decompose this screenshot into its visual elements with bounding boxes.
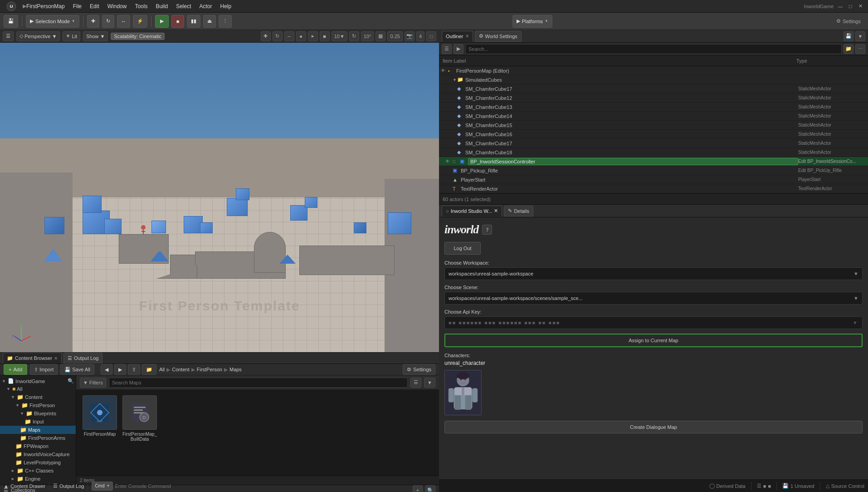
transform-scale-btn[interactable]: ↔ xyxy=(117,15,130,28)
breadcrumb-all[interactable]: All xyxy=(159,367,165,372)
workspace-dropdown[interactable]: workspaces/unreal-sample-workspace ▼ xyxy=(444,267,863,280)
settings-btn[interactable]: ⚙ Settings xyxy=(833,15,864,28)
breadcrumb-firstperson[interactable]: FirstPerson xyxy=(197,367,222,372)
derived-data-btn[interactable]: ◯ Derived Data xyxy=(709,483,746,489)
outliner-search-input[interactable] xyxy=(465,44,842,54)
cb-search-input[interactable] xyxy=(109,378,408,388)
collections-add-btn[interactable]: + xyxy=(413,485,423,492)
content-drawer-btn[interactable]: ▲ Content Drawer xyxy=(4,483,45,489)
cb-back-btn[interactable]: ◀ xyxy=(101,364,112,375)
assign-to-map-btn[interactable]: Assign to Current Map xyxy=(444,334,863,347)
scene-dropdown[interactable]: workspaces/unreal-sample-workspace/scene… xyxy=(444,292,863,305)
close-btn[interactable]: ✕ xyxy=(857,3,863,10)
breadcrumb-content[interactable]: Content xyxy=(172,367,190,372)
maximize-viewport-btn[interactable]: □ xyxy=(426,31,436,41)
cb-view-btn[interactable]: ☰ xyxy=(410,378,421,388)
tree-fpweapon[interactable]: 📁 FPWeapon xyxy=(0,442,76,450)
tree-root[interactable]: ▼ 📄 InworldGame 🔍 xyxy=(0,377,76,385)
search-icon[interactable]: 🔍 xyxy=(68,378,74,384)
menu-actor[interactable]: Actor xyxy=(195,2,215,10)
tab-details[interactable]: ✎ Details xyxy=(504,206,533,216)
unsaved-btn[interactable]: 💾 1 Unsaved xyxy=(782,483,814,489)
tree-content[interactable]: ▼ 📁 Content xyxy=(0,393,76,401)
tree-engine[interactable]: ► 📁 Engine xyxy=(0,475,76,483)
tab-world-settings[interactable]: ⚙ World Settings xyxy=(475,31,522,42)
output-log-status-btn[interactable]: ☰ Output Log xyxy=(53,483,84,489)
show-btn[interactable]: Show ▼ xyxy=(83,31,108,41)
cb-filter-btn[interactable]: ▼ Filters xyxy=(80,378,106,388)
source-control-btn[interactable]: △ Source Control xyxy=(826,483,864,489)
outliner-sm15[interactable]: ◆ SM_ChamferCube15 StaticMeshActor xyxy=(439,121,868,130)
asset-firstpersonmap[interactable]: MAP FirstPersonMap xyxy=(82,395,118,442)
outliner-close-icon[interactable]: ✕ xyxy=(465,34,469,39)
collections-search-btn[interactable]: 🔍 xyxy=(425,485,435,492)
outliner-sm13[interactable]: ◆ SM_ChamferCube13 StaticMeshActor xyxy=(439,103,868,112)
tab-output-log[interactable]: ☰ Output Log xyxy=(63,353,102,364)
rotate-gizmo-btn[interactable]: ↻ xyxy=(273,31,283,41)
logout-btn[interactable]: Log Out xyxy=(444,242,481,255)
viewport-canvas[interactable]: First Person Template Z X Y xyxy=(0,43,439,352)
snap-btn[interactable]: ⚡ xyxy=(133,15,147,28)
move-gizmo-btn[interactable]: ✚ xyxy=(261,31,271,41)
perspective-btn[interactable]: ◇ Perspective ▼ xyxy=(16,31,60,41)
tree-cpp-classes[interactable]: ► 📁 C++ Classes xyxy=(0,467,76,475)
help-icon-btn[interactable]: ? xyxy=(482,225,492,235)
cb-add-btn[interactable]: + Add xyxy=(4,364,27,375)
selection-mode-btn[interactable]: ▶ Selection Mode ▼ xyxy=(26,15,79,28)
cb-dropdown-btn[interactable]: ▼ xyxy=(424,378,435,388)
api-key-dropdown[interactable]: ■■ ■■■■■■ ■■■ ■■■■■■ ■■■ ■■ ■■■ ▼ xyxy=(444,316,863,329)
menu-select[interactable]: Select xyxy=(172,2,195,10)
cb-settings-btn[interactable]: ⚙ Settings xyxy=(403,364,435,375)
outliner-simcubes[interactable]: ▼ 📁 SimulatedCubes xyxy=(439,75,868,84)
snap-value-btn[interactable]: 0.25 xyxy=(387,31,402,41)
outliner-settings-btn[interactable]: ☰ xyxy=(442,44,452,54)
outliner-bp-rifle[interactable]: ▣ BP_Pickup_Rifle Edit BP_PickUp_Rifle xyxy=(439,166,868,175)
tree-maps[interactable]: 📁 Maps xyxy=(0,426,76,434)
tab-outliner[interactable]: Outliner ✕ xyxy=(442,31,473,42)
outliner-add-folder-btn[interactable]: 📁 xyxy=(844,44,853,54)
outliner-sm17[interactable]: ◆ SM_ChamferCube17 StaticMeshActor xyxy=(439,84,868,93)
pause-btn[interactable]: ▮▮ xyxy=(187,15,200,28)
cb-save-all-btn[interactable]: 💾 Save All xyxy=(60,364,94,375)
tree-input[interactable]: 📁 Input xyxy=(0,418,76,426)
outliner-sm17b[interactable]: ◆ SM_ChamferCube17 StaticMeshActor xyxy=(439,139,868,148)
outliner-sm16[interactable]: ◆ SM_ChamferCube16 StaticMeshActor xyxy=(439,130,868,139)
cb-up-btn[interactable]: ⇧ xyxy=(128,364,140,375)
stop-btn[interactable]: ■ xyxy=(171,15,185,28)
eject-btn[interactable]: ⏏ xyxy=(203,15,216,28)
grid-value-btn[interactable]: 10 ▼ xyxy=(332,31,347,41)
play-btn[interactable]: ▶ xyxy=(155,15,169,28)
transform-rotate-btn[interactable]: ↻ xyxy=(102,15,114,28)
console-input[interactable] xyxy=(115,483,215,489)
lit-btn[interactable]: ☀ Lit xyxy=(63,31,80,41)
maximize-btn[interactable]: □ xyxy=(847,3,853,10)
outliner-sm14[interactable]: ◆ SM_ChamferCube14 StaticMeshActor xyxy=(439,112,868,121)
minimize-btn[interactable]: — xyxy=(837,3,844,10)
platforms-btn[interactable]: ▶ Platforms ▼ xyxy=(512,15,552,28)
tree-all[interactable]: ▼ ■ All xyxy=(0,385,76,393)
rotation-snap-btn[interactable]: ↻ xyxy=(349,31,359,41)
tree-inworldvoice[interactable]: 📁 InworldVoiceCapture xyxy=(0,450,76,458)
tree-levelprototyping[interactable]: 📁 LevelPrototyping xyxy=(0,458,76,467)
asset-builtdata[interactable]: D FirstPersonMap_BuiltData xyxy=(122,395,158,442)
outliner-item-root[interactable]: 👁 ▪ FirstPersonMap (Editor) xyxy=(439,66,868,75)
outliner-more-btn[interactable]: ⋯ xyxy=(855,44,865,54)
camera-btn[interactable]: ▸ xyxy=(308,31,318,41)
menu-file[interactable]: File xyxy=(69,2,85,10)
menu-window[interactable]: Window xyxy=(104,2,131,10)
create-dialogue-map-btn[interactable]: Create Dialogue Map xyxy=(444,421,863,433)
angle-value-btn[interactable]: 10° xyxy=(361,31,374,41)
menu-edit[interactable]: Edit xyxy=(86,2,103,10)
toolbar-save-btn[interactable]: 💾 xyxy=(4,15,18,28)
outliner-sm12[interactable]: ◆ SM_ChamferCube12 StaticMeshActor xyxy=(439,93,868,103)
more-options-btn[interactable]: ⋮ xyxy=(219,15,232,28)
outliner-textrender[interactable]: T TextRenderActor TextRenderActor xyxy=(439,184,868,193)
cb-folder-btn[interactable]: 📁 xyxy=(142,364,156,375)
outliner-expand-btn[interactable]: ▶ xyxy=(454,44,463,54)
transform-translate-btn[interactable]: ✚ xyxy=(87,15,99,28)
cb-import-btn[interactable]: ⇧ Import xyxy=(30,364,58,375)
tab-inworld-studio[interactable]: ○ Inworld Studio W... ✕ xyxy=(442,206,502,216)
inworld-tab-close-icon[interactable]: ✕ xyxy=(494,208,498,214)
viewport-menu-btn[interactable]: ☰ xyxy=(3,31,14,41)
tree-firstpersonarms[interactable]: 📁 FirstPersonArms xyxy=(0,434,76,442)
